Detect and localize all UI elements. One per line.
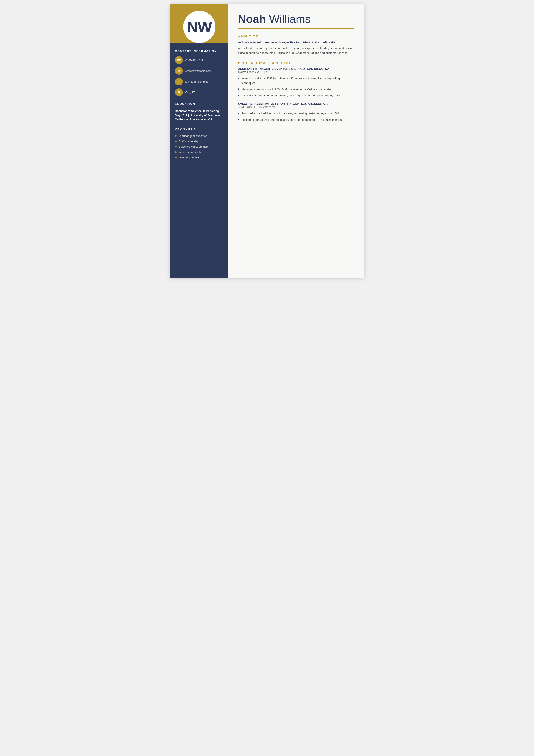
skill-label-2: Staff mentorship: [179, 140, 199, 143]
name-header: Noah Williams: [238, 13, 354, 29]
job-2-bullets: Provided expert advice on outdoor gear, …: [238, 111, 354, 122]
avatar: NW: [183, 11, 216, 43]
bullet-icon-2: [175, 141, 177, 142]
job-1-bullet-3: Led weekly product demonstrations, boost…: [238, 94, 354, 98]
avatar-section: NW: [170, 4, 228, 43]
avatar-initials: NW: [187, 19, 212, 35]
location-icon: ■: [175, 89, 183, 96]
job-bullet-icon: [238, 119, 240, 120]
phone-icon: ☎: [175, 56, 183, 64]
skill-label-4: Vendor coordination: [179, 150, 204, 154]
contact-section: CONTACT INFORMATION ☎ (123) 456-7890 ✉ e…: [175, 49, 224, 96]
bullet-icon-4: [175, 151, 177, 153]
job-bullet-icon: [238, 89, 240, 90]
about-section: ABOUT ME Active assistant manager with e…: [238, 35, 354, 55]
email-text: email@example.com: [185, 69, 212, 72]
skill-label-5: Inventory control: [179, 156, 199, 159]
email-icon: ✉: [175, 67, 183, 75]
sidebar-content: CONTACT INFORMATION ☎ (123) 456-7890 ✉ e…: [170, 43, 228, 278]
sidebar: NW CONTACT INFORMATION ☎ (123) 456-7890 …: [170, 4, 228, 278]
first-name: Noah: [238, 13, 266, 25]
job-2-bullet-1-text: Provided expert advice on outdoor gear, …: [242, 111, 339, 116]
linkedin-text: LinkedIn | Portfolio: [185, 80, 208, 83]
about-title: ABOUT ME: [238, 35, 354, 38]
job-2-date: JUNE 2019 - FEBRUARY 2021: [238, 106, 354, 109]
last-name: Williams: [269, 13, 311, 25]
job-bullet-icon: [238, 113, 240, 114]
skill-item-2: Staff mentorship: [175, 140, 224, 143]
bullet-icon-1: [175, 135, 177, 137]
experience-title: PROFESSIONAL EXPERIENCE: [238, 61, 354, 65]
bullet-icon-3: [175, 146, 177, 148]
skill-item-4: Vendor coordination: [175, 150, 224, 154]
job-2-title: SALES REPRESENTATIVE | SPORTS HAVEN, LOS…: [238, 102, 354, 105]
job-2-bullet-2: Assisted in organizing promotional event…: [238, 118, 354, 122]
experience-section: PROFESSIONAL EXPERIENCE ASSISTANT MANAGE…: [238, 61, 354, 122]
resume-container: NW CONTACT INFORMATION ☎ (123) 456-7890 …: [170, 4, 364, 278]
job-1-bullet-2-text: Managed inventory worth $750,000, mainta…: [242, 87, 331, 92]
main-content: Noah Williams ABOUT ME Active assistant …: [228, 4, 364, 278]
job-1-bullet-2: Managed inventory worth $750,000, mainta…: [238, 87, 354, 92]
contact-section-title: CONTACT INFORMATION: [175, 49, 224, 53]
skill-label-3: Sales growth strategies: [179, 145, 208, 148]
job-2-bullet-2-text: Assisted in organizing promotional event…: [242, 118, 343, 122]
education-section-title: EDUCATION: [175, 102, 224, 105]
job-1: ASSISTANT MANAGER | ADVENTURE GEAR CO., …: [238, 67, 354, 98]
job-2: SALES REPRESENTATIVE | SPORTS HAVEN, LOS…: [238, 102, 354, 122]
bullet-icon-5: [175, 157, 177, 158]
phone-text: (123) 456-7890: [185, 59, 205, 62]
job-1-title: ASSISTANT MANAGER | ADVENTURE GEAR CO., …: [238, 67, 354, 70]
skills-list: Outdoor gear expertise Staff mentorship …: [175, 134, 224, 159]
link-icon: ✳: [175, 78, 183, 86]
skill-item-1: Outdoor gear expertise: [175, 134, 224, 138]
skills-section-title: KEY SKILLS: [175, 128, 224, 131]
job-1-bullet-3-text: Led weekly product demonstrations, boost…: [242, 94, 340, 98]
contact-location: ■ City, ST: [175, 89, 224, 96]
skill-label-1: Outdoor gear expertise: [179, 134, 207, 138]
skills-section: KEY SKILLS Outdoor gear expertise Staff …: [175, 128, 224, 159]
job-2-bullet-1: Provided expert advice on outdoor gear, …: [238, 111, 354, 116]
job-1-bullet-1-text: Increased sales by 20% by training staff…: [242, 76, 354, 85]
job-1-date: MARCH 2021 - PRESENT: [238, 71, 354, 74]
skill-item-3: Sales growth strategies: [175, 145, 224, 148]
job-bullet-icon: [238, 78, 240, 79]
job-bullet-icon: [238, 95, 240, 96]
about-text: A results-driven sales professional with…: [238, 46, 354, 55]
education-text: Bachelor of Science in Marketing | May 2…: [175, 109, 224, 122]
skill-item-5: Inventory control: [175, 156, 224, 159]
contact-email: ✉ email@example.com: [175, 67, 224, 75]
full-name: Noah Williams: [238, 13, 354, 25]
job-1-bullets: Increased sales by 20% by training staff…: [238, 76, 354, 98]
location-text: City, ST: [185, 91, 195, 94]
about-bold: Active assistant manager with expertise …: [238, 41, 354, 44]
job-1-bullet-1: Increased sales by 20% by training staff…: [238, 76, 354, 85]
contact-linkedin: ✳ LinkedIn | Portfolio: [175, 78, 224, 86]
contact-phone: ☎ (123) 456-7890: [175, 56, 224, 64]
education-section: EDUCATION Bachelor of Science in Marketi…: [175, 102, 224, 122]
